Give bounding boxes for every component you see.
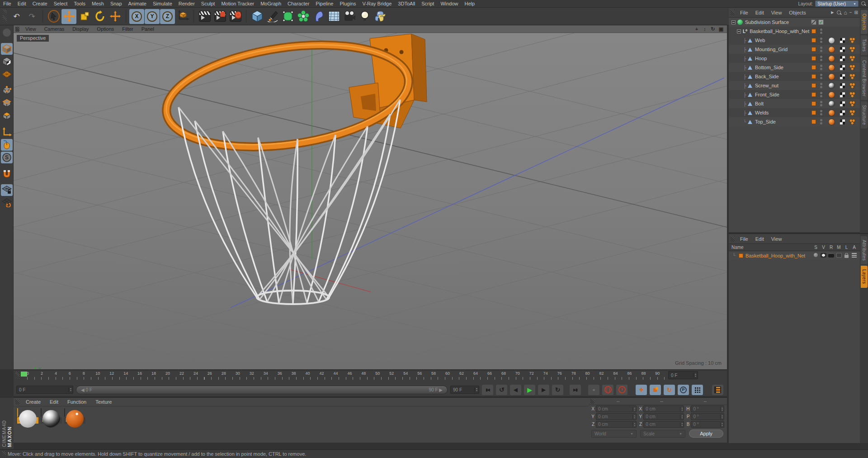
phong-tag-icon[interactable]	[849, 119, 855, 125]
key-scale-button[interactable]	[650, 385, 661, 395]
apply-button[interactable]: Apply	[689, 429, 723, 438]
object-label[interactable]: Back_Side	[755, 74, 779, 79]
viewport-canvas[interactable]: Perspective	[14, 33, 727, 369]
material-manager-grip[interactable]	[15, 399, 19, 405]
material-preview[interactable]	[41, 408, 42, 417]
uvw-tag-icon[interactable]	[840, 47, 845, 52]
size-mode-select[interactable]: Scale▼	[640, 430, 685, 438]
key-position-button[interactable]: ✚	[636, 385, 647, 395]
key-parameter-button[interactable]: P	[678, 385, 689, 395]
layer-manager-menu-item[interactable]: View	[768, 236, 786, 242]
spinner-arrows-icon[interactable]: ▲▼	[720, 422, 723, 427]
material-tag-icon[interactable]	[828, 37, 835, 44]
menu-item[interactable]: 3DToAll	[395, 1, 418, 6]
render-view-button[interactable]	[197, 9, 212, 24]
menu-item[interactable]: Help	[462, 1, 478, 6]
enabled-check-icon[interactable]: ✓	[818, 19, 824, 25]
menu-item[interactable]: Character	[284, 1, 312, 6]
spinner-arrows-icon[interactable]: ▲▼	[632, 422, 636, 427]
tree-row[interactable]: └ Top_Side	[729, 117, 860, 126]
layer-color-chip[interactable]	[811, 47, 816, 52]
tree-row[interactable]: ├ Front_Side	[729, 90, 860, 99]
menu-item[interactable]: Pipeline	[312, 1, 336, 6]
material-tag-icon[interactable]	[828, 46, 835, 53]
collapse-toggle-icon[interactable]	[737, 29, 741, 33]
uvw-tag-icon[interactable]	[840, 101, 845, 107]
object-label[interactable]: Subdivision Surface	[745, 19, 789, 25]
tree-row[interactable]: ├ Welds	[729, 108, 860, 117]
panel-tab[interactable]: Takes	[861, 35, 868, 55]
keyframe-selection-button[interactable]	[712, 385, 723, 395]
tree-row[interactable]: ├ Bolt	[729, 99, 860, 108]
viewport-zoom-icon[interactable]: ↕	[702, 26, 708, 32]
visibility-dots-icon[interactable]	[820, 92, 822, 97]
render-settings-button[interactable]	[228, 9, 243, 24]
subdivision-surface-button[interactable]	[280, 9, 295, 24]
rotation-field[interactable]: 0 °▲▼	[691, 406, 724, 412]
size-field[interactable]: 0 cm▲▼	[643, 406, 684, 412]
uvw-tag-icon[interactable]	[840, 83, 845, 89]
menu-item[interactable]: MoGraph	[257, 1, 284, 6]
frame-hud-spinner[interactable]: 0 F ▲▼	[668, 371, 698, 379]
primitive-cube-button[interactable]	[250, 9, 264, 24]
visibility-dots-icon[interactable]	[820, 74, 822, 79]
position-field[interactable]: 0 cm▲▼	[596, 421, 637, 428]
viewport-menu-item[interactable]: Filter	[118, 26, 137, 32]
material-swatch[interactable]: Metal	[41, 409, 62, 424]
position-field[interactable]: 0 cm▲▼	[596, 406, 637, 412]
rotation-field[interactable]: 0 °▲▼	[691, 413, 724, 420]
live-selection-button[interactable]	[46, 9, 61, 24]
timeline-ruler[interactable]: 0246810121416182022242628303234363840424…	[14, 370, 727, 382]
viewport-menu-item[interactable]: Display	[68, 26, 93, 32]
layer-manager-grip[interactable]	[731, 236, 735, 242]
y-axis-lock-button[interactable]: Y	[145, 9, 160, 24]
visibility-dots-icon[interactable]	[820, 83, 822, 88]
layer-color-chip[interactable]	[811, 38, 816, 43]
coordinate-system-button[interactable]	[175, 9, 190, 24]
phong-tag-icon[interactable]	[849, 73, 855, 80]
search-icon[interactable]	[861, 1, 866, 6]
panel-tab[interactable]: Content Browser	[861, 57, 868, 100]
object-label[interactable]: Web	[755, 38, 765, 43]
menu-item[interactable]: Mesh	[89, 1, 107, 6]
object-label[interactable]: Welds	[755, 110, 769, 115]
object-manager-menu-item[interactable]: File	[736, 10, 752, 15]
timeline-grip[interactable]	[15, 372, 19, 379]
viewport-grip[interactable]	[15, 27, 19, 32]
size-field[interactable]: 0 cm▲▼	[643, 413, 684, 420]
material-swatch[interactable]: Fabric	[17, 409, 38, 424]
layer-name[interactable]: Basketball_Hoop_with_Net	[745, 253, 805, 258]
spinner-arrows-icon[interactable]: ▲▼	[720, 415, 723, 419]
object-label[interactable]: Front_Side	[755, 92, 779, 97]
sculpt-mode-button[interactable]	[1, 27, 13, 38]
layer-color-chip[interactable]	[811, 110, 816, 115]
status-grip[interactable]	[2, 451, 6, 457]
manager-toggle-icon[interactable]	[836, 253, 842, 258]
visibility-dots-icon[interactable]	[820, 65, 822, 70]
viewport-solo-button[interactable]	[1, 139, 13, 151]
x-axis-lock-button[interactable]: X	[129, 9, 144, 24]
layer-color-chip[interactable]	[811, 29, 816, 33]
menu-item[interactable]: Edit	[14, 1, 29, 6]
menu-item[interactable]: Sculpt	[198, 1, 218, 6]
layer-row[interactable]: └ Basketball_Hoop_with_Net	[729, 251, 860, 260]
visibility-dots-icon[interactable]	[820, 47, 822, 52]
preview-range-slider[interactable]: ◀ 0 F 90 F ▶	[76, 386, 448, 394]
material-swatch[interactable]: Red_Pai	[64, 409, 85, 424]
object-label[interactable]: Mounting_Grid	[755, 47, 788, 52]
material-tag-icon[interactable]	[828, 55, 835, 62]
material-tag-icon[interactable]	[828, 82, 835, 89]
material-tag-icon[interactable]	[828, 64, 835, 71]
snap-s-button[interactable]: S	[1, 152, 13, 163]
light-button[interactable]	[357, 9, 372, 24]
viewport-maximize-icon[interactable]: ▣	[718, 26, 724, 32]
render-picture-viewer-button[interactable]	[212, 9, 227, 24]
keyframe-help-button[interactable]: ?	[616, 385, 627, 395]
menu-item[interactable]: Render	[175, 1, 198, 6]
coordinate-system-select[interactable]: World▼	[591, 430, 637, 438]
phong-tag-icon[interactable]	[849, 82, 855, 89]
uvw-tag-icon[interactable]	[840, 38, 845, 43]
toolbar-grip[interactable]	[3, 10, 7, 23]
z-axis-lock-button[interactable]: Z	[160, 9, 175, 24]
previous-frame-button[interactable]: ◀	[510, 385, 521, 395]
